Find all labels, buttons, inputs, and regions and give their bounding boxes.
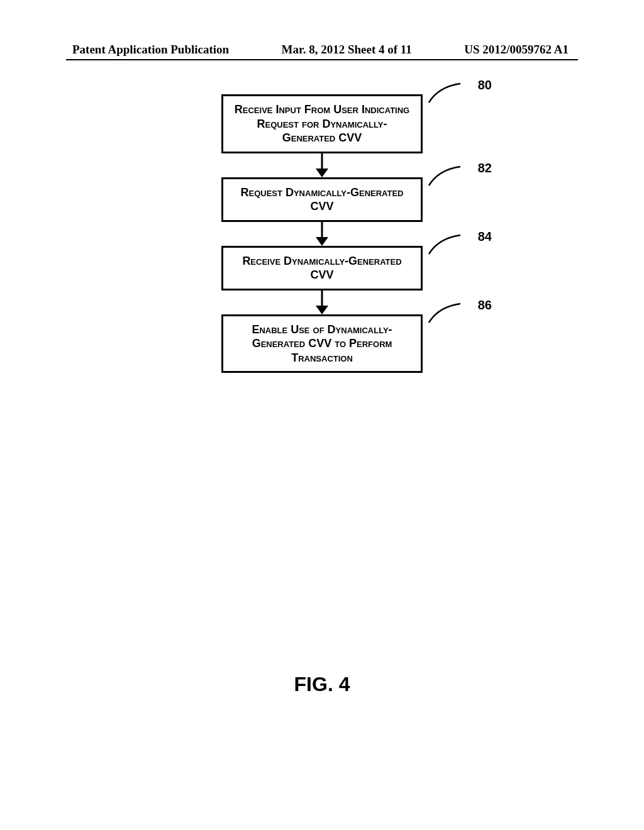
ref-label-84: 84 — [478, 230, 492, 244]
arrow-head-icon — [316, 306, 328, 314]
leader-curve-86 — [426, 301, 464, 326]
flowchart: 80 Receive Input From User Indicating Re… — [146, 94, 498, 373]
flow-arrow — [221, 222, 423, 246]
page-header: Patent Application Publication Mar. 8, 2… — [0, 43, 644, 57]
figure-label: FIG. 4 — [0, 673, 644, 696]
ref-label-86: 86 — [478, 298, 492, 313]
flow-arrow — [221, 153, 423, 177]
header-divider — [66, 59, 578, 60]
flow-step-86: 86 Enable Use of Dynamically-Generated C… — [146, 314, 498, 374]
flow-step-84: 84 Receive Dynamically-Generated CVV — [146, 246, 498, 290]
leader-curve-80 — [426, 80, 464, 106]
flow-box: Enable Use of Dynamically-Generated CVV … — [221, 314, 423, 374]
header-right: US 2012/0059762 A1 — [464, 43, 569, 57]
leader-curve-84 — [426, 232, 464, 257]
flow-box: Receive Input From User Indicating Reque… — [221, 94, 423, 153]
leader-curve-82 — [426, 163, 464, 189]
flow-box: Receive Dynamically-Generated CVV — [221, 246, 423, 290]
header-center: Mar. 8, 2012 Sheet 4 of 11 — [282, 43, 412, 57]
flow-step-82: 82 Request Dynamically-Generated CVV — [146, 177, 498, 222]
header-left: Patent Application Publication — [72, 43, 229, 57]
flow-box: Request Dynamically-Generated CVV — [221, 177, 423, 222]
flow-arrow — [221, 290, 423, 314]
arrow-head-icon — [316, 169, 328, 177]
flow-step-80: 80 Receive Input From User Indicating Re… — [146, 94, 498, 153]
ref-label-82: 82 — [478, 161, 492, 175]
arrow-head-icon — [316, 237, 328, 246]
ref-label-80: 80 — [478, 78, 492, 92]
